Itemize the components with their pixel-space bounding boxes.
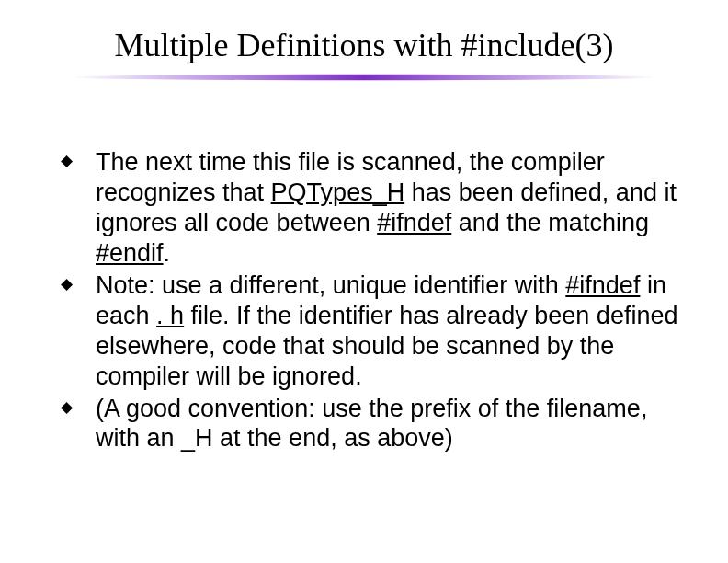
underlined-term: #ifndef [565, 271, 640, 299]
slide-body: The next time this file is scanned, the … [55, 147, 697, 455]
svg-point-0 [68, 75, 660, 80]
slide-title: Multiple Definitions with #include(3) [0, 26, 728, 64]
slide: Multiple Definitions with #include(3) Th… [0, 0, 728, 563]
bullet-text: Note: use a different, unique identifier… [96, 271, 565, 299]
bullet-text: and the matching [451, 209, 649, 236]
bullet-list: The next time this file is scanned, the … [55, 147, 697, 454]
bullet-text: . [164, 239, 171, 267]
bullet-item: Note: use a different, unique identifier… [55, 270, 697, 392]
underlined-term: #endif [96, 239, 164, 267]
bullet-item: The next time this file is scanned, the … [55, 147, 697, 269]
title-underline [68, 74, 660, 81]
bullet-text: (A good convention: use the prefix of th… [96, 395, 647, 453]
underlined-term: #ifndef [377, 209, 451, 236]
bullet-text: file. If the identifier has already been… [96, 302, 677, 390]
underlined-term: PQTypes_H [271, 178, 405, 206]
bullet-item: (A good convention: use the prefix of th… [55, 394, 697, 454]
underlined-term: . h [156, 302, 184, 329]
